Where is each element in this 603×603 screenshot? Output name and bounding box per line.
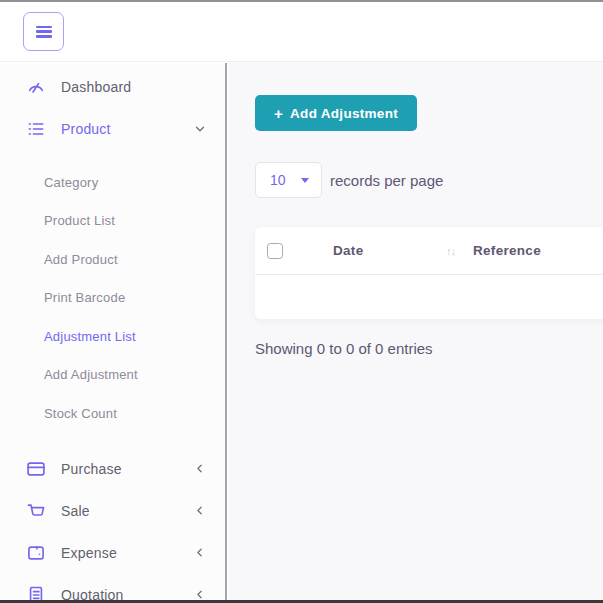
top-navbar	[0, 2, 603, 62]
shopping-cart-icon	[26, 501, 46, 521]
sidebar-item-expense[interactable]: Expense	[0, 532, 225, 574]
main-content: + Add Adjustment 10 records per page Dat…	[229, 62, 603, 600]
credit-card-icon	[26, 459, 46, 479]
chevron-left-icon	[193, 462, 207, 476]
chevron-left-icon	[193, 546, 207, 560]
table-header-reference[interactable]: Reference	[461, 243, 603, 258]
sidebar-item-label: Sale	[61, 503, 90, 519]
plus-icon: +	[274, 105, 283, 122]
date-column-label: Date	[333, 243, 363, 258]
records-per-page-label: records per page	[330, 162, 443, 198]
sidebar-item-quotation[interactable]: Quotation	[0, 574, 225, 601]
product-submenu: Category Product List Add Product Print …	[0, 163, 225, 433]
add-adjustment-button[interactable]: + Add Adjustment	[255, 95, 417, 131]
sidebar-item-label: Product	[61, 121, 111, 137]
window-top-border	[0, 0, 603, 2]
sort-icon[interactable]: ↑↓	[446, 245, 461, 257]
submenu-item-label: Add Adjustment	[44, 367, 138, 382]
add-adjustment-button-label: Add Adjustment	[290, 106, 398, 121]
file-text-icon	[26, 585, 46, 601]
table-header-checkbox-cell	[255, 243, 321, 259]
sidebar-item-label: Expense	[61, 545, 117, 561]
wallet-icon	[26, 543, 46, 563]
sidebar-item-purchase[interactable]: Purchase	[0, 448, 225, 490]
table-empty-body	[255, 275, 603, 319]
submenu-item-print-barcode[interactable]: Print Barcode	[0, 279, 225, 318]
chevron-left-icon	[193, 588, 207, 601]
app-window: Dashboard Product Category Product List	[0, 0, 603, 603]
sidebar-item-sale[interactable]: Sale	[0, 490, 225, 532]
sidebar-item-dashboard[interactable]: Dashboard	[0, 66, 225, 108]
hamburger-menu-icon	[36, 26, 52, 38]
select-all-checkbox[interactable]	[267, 243, 283, 259]
submenu-item-label: Stock Count	[44, 406, 117, 421]
reference-column-label: Reference	[473, 243, 541, 258]
submenu-item-product-list[interactable]: Product List	[0, 202, 225, 241]
submenu-item-label: Category	[44, 175, 98, 190]
table-header-row: Date ↑↓ Reference	[255, 227, 603, 275]
submenu-item-label: Print Barcode	[44, 290, 125, 305]
entries-summary-text: Showing 0 to 0 of 0 entries	[255, 340, 433, 357]
sidebar-item-label: Quotation	[61, 587, 124, 601]
page-size-select[interactable]: 10	[255, 162, 322, 198]
submenu-item-category[interactable]: Category	[0, 163, 225, 202]
sidebar-item-label: Dashboard	[61, 79, 131, 95]
submenu-item-adjustment-list[interactable]: Adjustment List	[0, 317, 225, 356]
gauge-icon	[26, 77, 46, 97]
sidebar-toggle-button[interactable]	[23, 12, 64, 51]
list-icon	[26, 119, 46, 139]
page-size-value: 10	[270, 172, 286, 188]
adjustments-table: Date ↑↓ Reference	[255, 227, 603, 319]
sidebar-nav: Dashboard Product Category Product List	[0, 63, 227, 600]
caret-down-icon	[301, 178, 309, 183]
submenu-item-add-adjustment[interactable]: Add Adjustment	[0, 356, 225, 395]
submenu-item-label: Product List	[44, 213, 115, 228]
submenu-item-label: Add Product	[44, 252, 118, 267]
sidebar-item-product[interactable]: Product	[0, 108, 225, 150]
table-header-date[interactable]: Date ↑↓	[321, 243, 461, 258]
submenu-item-add-product[interactable]: Add Product	[0, 240, 225, 279]
sidebar-item-label: Purchase	[61, 461, 122, 477]
submenu-item-label-active: Adjustment List	[44, 329, 136, 344]
chevron-down-icon	[193, 122, 207, 136]
chevron-left-icon	[193, 504, 207, 518]
submenu-item-stock-count[interactable]: Stock Count	[0, 394, 225, 433]
